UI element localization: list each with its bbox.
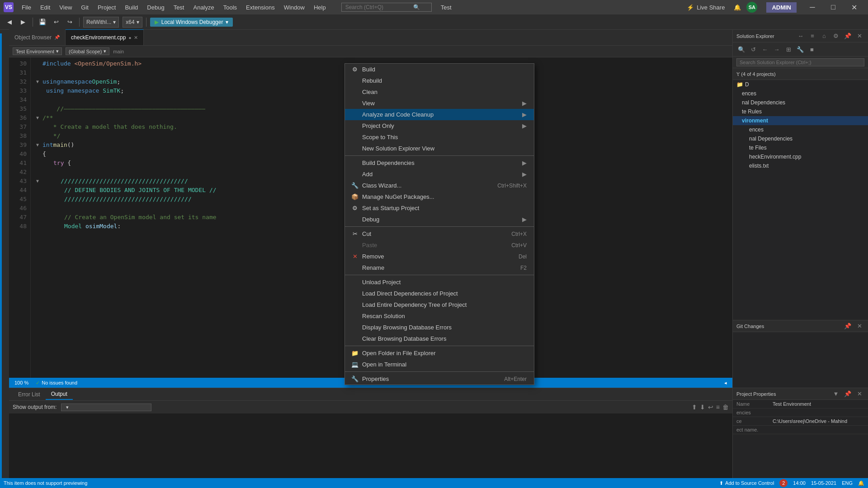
cm-rebuild[interactable]: Rebuild <box>345 75 534 86</box>
se-toolbar-back-btn[interactable]: ← <box>760 44 770 54</box>
menu-project[interactable]: Project <box>93 2 120 13</box>
cm-properties[interactable]: 🔧 Properties Alt+Enter <box>345 373 534 385</box>
cm-view[interactable]: View ▶ <box>345 98 534 109</box>
git-pin-button[interactable]: 📌 <box>843 321 853 331</box>
menu-view[interactable]: View <box>55 2 76 13</box>
menu-git[interactable]: Git <box>76 2 93 13</box>
save-button[interactable]: 💾 <box>37 16 48 28</box>
se-settings-button[interactable]: ⚙ <box>831 31 841 41</box>
pp-dropdown-button[interactable]: ▼ <box>831 389 841 399</box>
tab-object-browser[interactable]: Object Browser 📌 <box>9 29 66 45</box>
se-node-ences[interactable]: ences <box>733 89 868 98</box>
scope-dropdown[interactable]: (Global Scope) ▾ <box>66 47 109 55</box>
run-debugger-button[interactable]: ▶ Local Windows Debugger ▾ <box>150 18 233 27</box>
menu-edit[interactable]: Edit <box>36 2 55 13</box>
cm-analyze-cleanup[interactable]: Analyze and Code Cleanup ▶ <box>345 109 534 120</box>
pp-close-button[interactable]: ✕ <box>854 389 864 399</box>
cm-project-only[interactable]: Project Only ▶ <box>345 120 534 131</box>
platform-dropdown[interactable]: x64 ▾ <box>123 17 142 28</box>
back-button[interactable]: ◀ <box>4 16 15 28</box>
maximize-button[interactable]: □ <box>823 0 844 14</box>
cm-remove[interactable]: ✕ Remove Del <box>345 251 534 262</box>
se-toolbar-search-btn[interactable]: 🔍 <box>736 44 746 54</box>
cm-nuget[interactable]: 📦 Manage NuGet Packages... <box>345 191 534 202</box>
forward-button[interactable]: ▶ <box>17 16 29 28</box>
se-node-checkenvcpp[interactable]: heckEnvironment.cpp <box>733 152 868 161</box>
notification-badge[interactable]: 2 <box>779 479 788 487</box>
se-node-elists[interactable]: elists.txt <box>733 161 868 170</box>
cm-clear-db-errors[interactable]: Clear Browsing Database Errors <box>345 333 534 344</box>
se-sync-button[interactable]: ↔ <box>796 31 806 41</box>
live-share-button[interactable]: ⚡ Live Share <box>683 2 728 13</box>
se-toolbar-refresh-btn[interactable]: ↺ <box>748 44 758 54</box>
search-input[interactable] <box>345 4 413 10</box>
cm-cut[interactable]: ✂ Cut Ctrl+X <box>345 228 534 239</box>
cm-unload[interactable]: Unload Project <box>345 277 534 288</box>
tab-close-icon[interactable]: ✕ <box>134 35 138 41</box>
output-wrap-button[interactable]: ↩ <box>708 404 713 411</box>
menu-test[interactable]: Test <box>169 2 189 13</box>
cm-rename[interactable]: Rename F2 <box>345 262 534 273</box>
menu-file[interactable]: File <box>17 2 36 13</box>
cm-load-direct[interactable]: Load Direct Dependencies of Project <box>345 288 534 299</box>
menu-analyze[interactable]: Analyze <box>189 2 218 13</box>
cm-scope-to-this[interactable]: Scope to This <box>345 131 534 143</box>
menu-debug[interactable]: Debug <box>142 2 169 13</box>
se-node-te-files[interactable]: te Files <box>733 143 868 152</box>
pp-pin-button[interactable]: 📌 <box>843 389 853 399</box>
se-node-vironment[interactable]: vironment <box>733 116 868 125</box>
notification-bell[interactable]: 🔔 <box>732 2 743 13</box>
output-filter-button[interactable]: ≡ <box>716 404 720 411</box>
cm-rescan[interactable]: Rescan Solution <box>345 310 534 322</box>
scroll-control[interactable]: ◂ <box>724 380 727 386</box>
project-dropdown[interactable]: Test Environment ▾ <box>13 47 62 55</box>
menu-extensions[interactable]: Extensions <box>241 2 279 13</box>
output-clear-button[interactable]: 🗑 <box>722 404 729 411</box>
cm-open-folder[interactable]: 📁 Open Folder in File Explorer <box>345 347 534 359</box>
se-home-button[interactable]: ⌂ <box>819 31 829 41</box>
cm-load-tree[interactable]: Load Entire Dependency Tree of Project <box>345 299 534 310</box>
cm-clean[interactable]: Clean <box>345 86 534 98</box>
menu-tools[interactable]: Tools <box>219 2 241 13</box>
redo-button[interactable]: ↪ <box>64 16 75 28</box>
cm-build-deps[interactable]: Build Dependencies ▶ <box>345 157 534 169</box>
admin-button[interactable]: ADMIN <box>766 2 797 13</box>
minimize-button[interactable]: ─ <box>802 0 823 14</box>
config-dropdown[interactable]: RelWithI... ▾ <box>83 17 119 28</box>
se-pin-button[interactable]: 📌 <box>843 31 853 41</box>
undo-button[interactable]: ↩ <box>50 16 62 28</box>
cm-add[interactable]: Add ▶ <box>345 169 534 180</box>
menu-build[interactable]: Build <box>120 2 142 13</box>
source-control-button[interactable]: ⬆ Add to Source Control <box>719 480 774 486</box>
cm-build[interactable]: ⚙ Build <box>345 64 534 75</box>
cm-display-db-errors[interactable]: Display Browsing Database Errors <box>345 322 534 333</box>
search-box[interactable]: 🔍 <box>341 3 432 12</box>
se-toolbar-highlight-btn[interactable]: ■ <box>807 44 817 54</box>
se-toolbar-forward-btn[interactable]: → <box>772 44 782 54</box>
se-toolbar-wrench-btn[interactable]: 🔧 <box>795 44 805 54</box>
tab-check-environment[interactable]: checkEnvironment.cpp ● ✕ <box>66 29 144 45</box>
output-source-dropdown[interactable]: ▾ <box>61 404 151 411</box>
notification-center-icon[interactable]: 🔔 <box>858 480 864 486</box>
se-close-button[interactable]: ✕ <box>854 31 864 41</box>
se-search[interactable] <box>733 56 868 68</box>
git-close-button[interactable]: ✕ <box>854 321 864 331</box>
output-down-button[interactable]: ⬇ <box>700 404 705 411</box>
se-node-te-rules[interactable]: te Rules <box>733 107 868 116</box>
se-filter-button[interactable]: ≡ <box>807 31 817 41</box>
tab-error-list[interactable]: Error List <box>13 389 46 399</box>
output-up-button[interactable]: ⬆ <box>692 404 697 411</box>
se-node-ences2[interactable]: ences <box>733 125 868 134</box>
se-search-input[interactable] <box>736 58 864 66</box>
cm-startup[interactable]: ⚙ Set as Startup Project <box>345 202 534 214</box>
cm-new-se-view[interactable]: New Solution Explorer View <box>345 143 534 154</box>
user-avatar[interactable]: SA <box>746 2 757 13</box>
se-toolbar-expand-btn[interactable]: ⊞ <box>783 44 793 54</box>
se-node-d[interactable]: 📁 D <box>733 80 868 89</box>
menu-window[interactable]: Window <box>279 2 309 13</box>
se-node-nal-deps[interactable]: nal Dependencies <box>733 98 868 107</box>
cm-class-wizard[interactable]: 🔧 Class Wizard... Ctrl+Shift+X <box>345 180 534 191</box>
menu-help[interactable]: Help <box>309 2 330 13</box>
cm-debug[interactable]: Debug ▶ <box>345 214 534 225</box>
se-node-nal-deps2[interactable]: nal Dependencies <box>733 134 868 143</box>
